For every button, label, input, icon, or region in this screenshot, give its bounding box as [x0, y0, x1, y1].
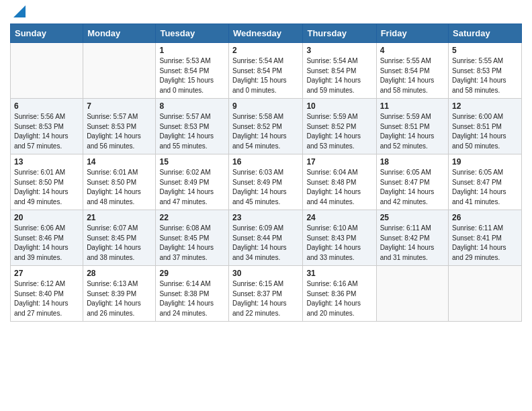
day-cell: 28Sunrise: 6:13 AMSunset: 8:39 PMDayligh…: [83, 266, 156, 322]
weekday-header-friday: Friday: [376, 24, 448, 43]
day-info: Sunrise: 6:08 AMSunset: 8:45 PMDaylight:…: [159, 224, 225, 263]
day-number: 24: [306, 213, 372, 222]
day-number: 9: [232, 101, 299, 111]
day-number: 31: [306, 269, 372, 278]
daylight-text: Daylight: 14 hours and 20 minutes.: [306, 299, 372, 318]
day-info: Sunrise: 5:56 AMSunset: 8:53 PMDaylight:…: [14, 112, 79, 151]
daylight-text: Daylight: 14 hours and 44 minutes.: [306, 187, 372, 207]
day-cell: 24Sunrise: 6:10 AMSunset: 8:43 PMDayligh…: [303, 210, 376, 266]
sunrise-text: Sunrise: 6:06 AM: [14, 224, 79, 234]
sunrise-text: Sunrise: 5:59 AM: [306, 112, 372, 122]
day-cell: [449, 266, 522, 322]
sunrise-text: Sunrise: 5:55 AM: [380, 56, 445, 66]
weekday-header-row: SundayMondayTuesdayWednesdayThursdayFrid…: [11, 24, 522, 43]
day-info: Sunrise: 5:59 AMSunset: 8:52 PMDaylight:…: [306, 112, 372, 151]
day-cell: 14Sunrise: 6:01 AMSunset: 8:50 PMDayligh…: [83, 154, 156, 210]
sunrise-text: Sunrise: 6:00 AM: [452, 112, 518, 122]
daylight-text: Daylight: 14 hours and 26 minutes.: [87, 299, 152, 318]
calendar-table: SundayMondayTuesdayWednesdayThursdayFrid…: [10, 24, 522, 322]
sunset-text: Sunset: 8:38 PM: [159, 289, 225, 300]
sunrise-text: Sunrise: 5:56 AM: [14, 112, 79, 122]
daylight-text: Daylight: 14 hours and 55 minutes.: [159, 132, 225, 151]
day-cell: 23Sunrise: 6:09 AMSunset: 8:44 PMDayligh…: [229, 210, 303, 266]
sunset-text: Sunset: 8:52 PM: [232, 122, 299, 132]
sunrise-text: Sunrise: 5:57 AM: [87, 112, 152, 122]
daylight-text: Daylight: 14 hours and 29 minutes.: [452, 243, 518, 263]
weekday-header-saturday: Saturday: [449, 24, 522, 43]
daylight-text: Daylight: 14 hours and 58 minutes.: [452, 76, 518, 95]
day-info: Sunrise: 6:04 AMSunset: 8:48 PMDaylight:…: [306, 168, 372, 207]
day-cell: 1Sunrise: 5:53 AMSunset: 8:54 PMDaylight…: [156, 43, 229, 99]
day-number: 17: [306, 157, 372, 167]
logo-icon: [11, 5, 26, 20]
weekday-header-monday: Monday: [83, 24, 156, 43]
daylight-text: Daylight: 14 hours and 54 minutes.: [232, 132, 299, 151]
day-cell: 18Sunrise: 6:05 AMSunset: 8:47 PMDayligh…: [376, 154, 448, 210]
day-cell: 27Sunrise: 6:12 AMSunset: 8:40 PMDayligh…: [11, 266, 83, 322]
day-number: 6: [14, 101, 79, 111]
day-cell: [11, 43, 83, 99]
sunset-text: Sunset: 8:40 PM: [14, 289, 79, 300]
day-cell: 20Sunrise: 6:06 AMSunset: 8:46 PMDayligh…: [11, 210, 83, 266]
day-info: Sunrise: 6:14 AMSunset: 8:38 PMDaylight:…: [159, 279, 225, 318]
daylight-text: Daylight: 14 hours and 56 minutes.: [87, 132, 152, 151]
day-cell: 3Sunrise: 5:54 AMSunset: 8:54 PMDaylight…: [303, 43, 376, 99]
day-cell: 30Sunrise: 6:15 AMSunset: 8:37 PMDayligh…: [229, 266, 303, 322]
sunset-text: Sunset: 8:54 PM: [159, 66, 225, 77]
daylight-text: Daylight: 14 hours and 59 minutes.: [306, 76, 372, 95]
day-number: 19: [452, 157, 518, 167]
sunset-text: Sunset: 8:47 PM: [452, 178, 518, 188]
day-number: 2: [232, 46, 299, 55]
page-container: SundayMondayTuesdayWednesdayThursdayFrid…: [0, 0, 532, 332]
sunrise-text: Sunrise: 6:14 AM: [159, 279, 225, 289]
weekday-header-sunday: Sunday: [11, 24, 83, 43]
daylight-text: Daylight: 14 hours and 47 minutes.: [159, 187, 225, 207]
day-cell: 10Sunrise: 5:59 AMSunset: 8:52 PMDayligh…: [303, 99, 376, 154]
day-cell: 13Sunrise: 6:01 AMSunset: 8:50 PMDayligh…: [11, 154, 83, 210]
day-number: 25: [380, 213, 445, 222]
day-cell: 26Sunrise: 6:11 AMSunset: 8:41 PMDayligh…: [449, 210, 522, 266]
day-cell: 4Sunrise: 5:55 AMSunset: 8:54 PMDaylight…: [376, 43, 448, 99]
day-cell: 2Sunrise: 5:54 AMSunset: 8:54 PMDaylight…: [229, 43, 303, 99]
daylight-text: Daylight: 15 hours and 0 minutes.: [159, 76, 225, 95]
sunset-text: Sunset: 8:45 PM: [87, 234, 152, 244]
day-cell: 17Sunrise: 6:04 AMSunset: 8:48 PMDayligh…: [303, 154, 376, 210]
day-cell: 9Sunrise: 5:58 AMSunset: 8:52 PMDaylight…: [229, 99, 303, 154]
day-number: 23: [232, 213, 299, 222]
sunrise-text: Sunrise: 6:02 AM: [159, 168, 225, 178]
sunrise-text: Sunrise: 6:01 AM: [14, 168, 79, 178]
day-info: Sunrise: 5:57 AMSunset: 8:53 PMDaylight:…: [87, 112, 152, 151]
day-number: 7: [87, 101, 152, 111]
day-cell: 15Sunrise: 6:02 AMSunset: 8:49 PMDayligh…: [156, 154, 229, 210]
day-number: 1: [159, 46, 225, 55]
sunrise-text: Sunrise: 5:53 AM: [159, 56, 225, 66]
sunset-text: Sunset: 8:43 PM: [306, 234, 372, 244]
daylight-text: Daylight: 14 hours and 49 minutes.: [14, 187, 79, 207]
day-number: 20: [14, 213, 79, 222]
sunrise-text: Sunrise: 5:54 AM: [306, 56, 372, 66]
day-cell: 7Sunrise: 5:57 AMSunset: 8:53 PMDaylight…: [83, 99, 156, 154]
day-cell: 29Sunrise: 6:14 AMSunset: 8:38 PMDayligh…: [156, 266, 229, 322]
sunset-text: Sunset: 8:53 PM: [452, 66, 518, 77]
day-cell: 16Sunrise: 6:03 AMSunset: 8:49 PMDayligh…: [229, 154, 303, 210]
daylight-text: Daylight: 14 hours and 57 minutes.: [14, 132, 79, 151]
day-cell: 22Sunrise: 6:08 AMSunset: 8:45 PMDayligh…: [156, 210, 229, 266]
sunset-text: Sunset: 8:51 PM: [452, 122, 518, 132]
day-number: 27: [14, 269, 79, 278]
sunset-text: Sunset: 8:42 PM: [380, 234, 445, 244]
day-info: Sunrise: 6:15 AMSunset: 8:37 PMDaylight:…: [232, 279, 299, 318]
daylight-text: Daylight: 14 hours and 22 minutes.: [232, 299, 299, 318]
day-info: Sunrise: 5:58 AMSunset: 8:52 PMDaylight:…: [232, 112, 299, 151]
sunrise-text: Sunrise: 5:59 AM: [380, 112, 445, 122]
daylight-text: Daylight: 14 hours and 37 minutes.: [159, 243, 225, 263]
day-cell: 8Sunrise: 5:57 AMSunset: 8:53 PMDaylight…: [156, 99, 229, 154]
daylight-text: Daylight: 14 hours and 53 minutes.: [306, 132, 372, 151]
sunset-text: Sunset: 8:54 PM: [380, 66, 445, 77]
day-info: Sunrise: 6:10 AMSunset: 8:43 PMDaylight:…: [306, 224, 372, 263]
sunset-text: Sunset: 8:46 PM: [14, 234, 79, 244]
day-info: Sunrise: 5:53 AMSunset: 8:54 PMDaylight:…: [159, 56, 225, 95]
sunrise-text: Sunrise: 6:11 AM: [452, 224, 518, 234]
week-row-4: 20Sunrise: 6:06 AMSunset: 8:46 PMDayligh…: [11, 210, 522, 266]
sunset-text: Sunset: 8:48 PM: [306, 178, 372, 188]
sunset-text: Sunset: 8:47 PM: [380, 178, 445, 188]
